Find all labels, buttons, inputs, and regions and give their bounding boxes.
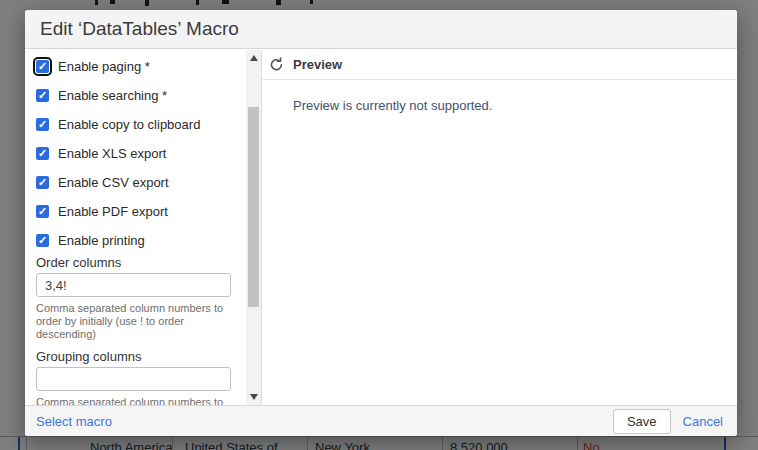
checkbox-label: Enable copy to clipboard (58, 117, 200, 132)
scroll-up-arrow[interactable] (246, 51, 261, 65)
checkbox-icon[interactable]: ✓ (36, 118, 49, 131)
checkbox-enable-searching[interactable]: ✓ Enable searching * (36, 81, 246, 110)
preview-panel: Preview Preview is currently not support… (262, 50, 737, 405)
save-button[interactable]: Save (613, 409, 671, 434)
cancel-link[interactable]: Cancel (683, 414, 723, 429)
checkbox-enable-printing[interactable]: ✓ Enable printing (36, 226, 246, 255)
preview-title: Preview (293, 57, 342, 72)
grouping-columns-label: Grouping columns (36, 349, 246, 364)
checkbox-enable-copy-to-clipboard[interactable]: ✓ Enable copy to clipboard (36, 110, 246, 139)
checkbox-icon[interactable]: ✓ (36, 234, 49, 247)
form-scrollbar[interactable] (246, 50, 261, 405)
edit-macro-dialog: Edit ‘DataTables’ Macro ✓ Enable paging … (25, 10, 737, 436)
checkbox-label: Enable searching * (58, 88, 167, 103)
triangle-up-icon (250, 55, 258, 61)
check-icon: ✓ (38, 206, 47, 217)
order-columns-help: Comma separated column numbers to order … (36, 302, 232, 341)
select-macro-link[interactable]: Select macro (36, 414, 112, 429)
screen: North America United States of New York … (0, 0, 758, 450)
order-columns-label: Order columns (36, 255, 246, 270)
checkbox-enable-paging[interactable]: ✓ Enable paging * (36, 52, 246, 81)
grouping-columns-help: Comma separated column numbers to (36, 396, 232, 405)
checkbox-enable-csv-export[interactable]: ✓ Enable CSV export (36, 168, 246, 197)
scroll-down-arrow[interactable] (246, 390, 261, 404)
order-columns-input[interactable] (36, 273, 231, 297)
checkbox-enable-xls-export[interactable]: ✓ Enable XLS export (36, 139, 246, 168)
checkbox-enable-pdf-export[interactable]: ✓ Enable PDF export (36, 197, 246, 226)
checkbox-label: Enable paging * (58, 59, 150, 74)
dialog-footer: Select macro Save Cancel (25, 405, 737, 436)
scrollbar-thumb[interactable] (248, 107, 259, 307)
check-icon: ✓ (38, 119, 47, 130)
checkbox-label: Enable printing (58, 233, 145, 248)
preview-header: Preview (262, 50, 737, 80)
checkbox-label: Enable PDF export (58, 204, 168, 219)
checkbox-icon[interactable]: ✓ (36, 89, 49, 102)
triangle-down-icon (250, 394, 258, 400)
dialog-header: Edit ‘DataTables’ Macro (25, 10, 737, 49)
macro-parameters-panel: ✓ Enable paging * ✓ Enable searching * ✓… (25, 50, 246, 405)
checkbox-icon[interactable]: ✓ (36, 176, 49, 189)
refresh-icon[interactable] (269, 57, 284, 72)
grouping-columns-input[interactable] (36, 367, 231, 391)
dialog-title: Edit ‘DataTables’ Macro (40, 18, 239, 40)
checkbox-icon[interactable]: ✓ (36, 205, 49, 218)
checkbox-icon[interactable]: ✓ (36, 147, 49, 160)
checkbox-icon[interactable]: ✓ (36, 60, 49, 73)
check-icon: ✓ (38, 90, 47, 101)
check-icon: ✓ (38, 235, 47, 246)
dialog-body: ✓ Enable paging * ✓ Enable searching * ✓… (25, 50, 737, 405)
preview-message: Preview is currently not supported. (293, 98, 737, 113)
checkbox-label: Enable XLS export (58, 146, 166, 161)
check-icon: ✓ (38, 148, 47, 159)
check-icon: ✓ (38, 177, 47, 188)
check-icon: ✓ (38, 61, 47, 72)
checkbox-label: Enable CSV export (58, 175, 169, 190)
footer-actions: Save Cancel (613, 409, 723, 434)
